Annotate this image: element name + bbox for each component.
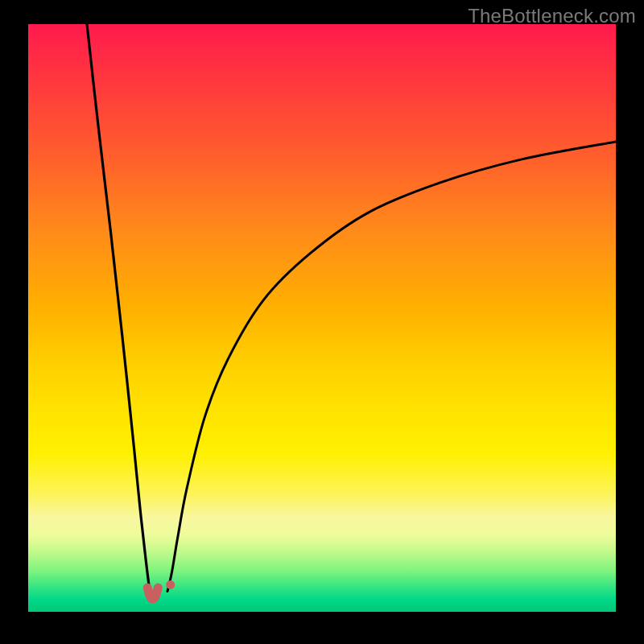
right-curve <box>167 142 616 592</box>
left-curve <box>87 24 155 597</box>
valley-accent-left <box>147 588 158 599</box>
plot-area <box>28 24 616 612</box>
valley-accent-right-dot <box>166 580 175 589</box>
bottleneck-curve-svg <box>28 24 616 612</box>
